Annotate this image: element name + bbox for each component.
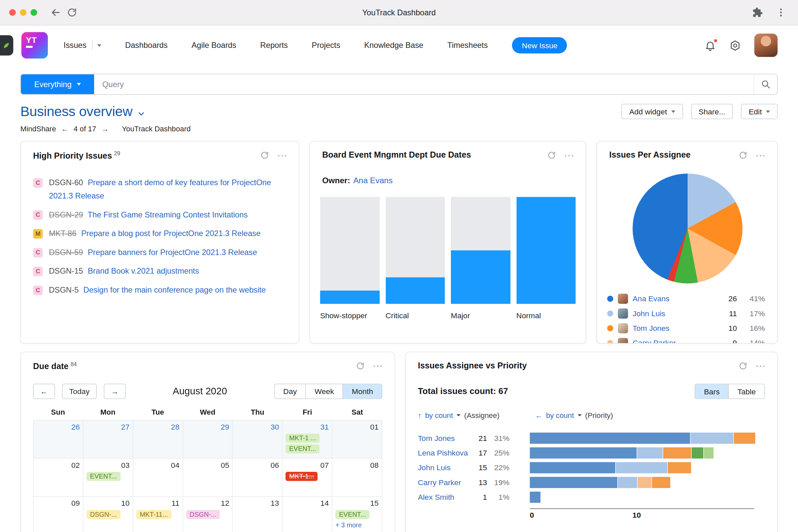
widget-menu-icon[interactable]: ⋯	[564, 150, 574, 159]
calendar-event-chip[interactable]: MKT-1 ...	[286, 433, 320, 442]
prev-dashboard-arrow[interactable]: ←	[61, 125, 69, 133]
calendar-day-cell[interactable]: 12DSGN-...	[183, 496, 233, 532]
youtrack-logo[interactable]: YT	[21, 32, 48, 58]
calendar-day-cell[interactable]: 15EVENT...+ 3 more	[332, 496, 382, 532]
browser-reload-button[interactable]	[63, 4, 80, 21]
calendar-day-cell[interactable]: 06	[233, 458, 283, 496]
chart-view-bars[interactable]: Bars	[695, 384, 728, 399]
assignee-link[interactable]: Tom Jones	[418, 434, 474, 442]
sort-by-count-link[interactable]: by count	[546, 411, 574, 419]
calendar-day-cell[interactable]: 28	[133, 420, 183, 458]
assignee-link[interactable]: Alex Smith	[418, 493, 474, 501]
calendar-day-cell[interactable]: 04	[133, 458, 183, 496]
nav-item-timesheets[interactable]: Timesheets	[447, 41, 488, 50]
refresh-widget-icon[interactable]	[356, 361, 365, 371]
refresh-widget-icon[interactable]	[739, 361, 748, 370]
calendar-event-chip[interactable]: EVENT...	[336, 510, 369, 519]
calendar-day-cell[interactable]: 02	[34, 458, 83, 496]
calendar-day-cell[interactable]: 30	[233, 420, 283, 458]
nav-item-projects[interactable]: Projects	[312, 41, 341, 50]
widget-menu-icon[interactable]: ⋯	[373, 361, 383, 371]
more-events-link[interactable]: + 3 more	[336, 521, 379, 529]
sort-by-count-link[interactable]: by count	[425, 411, 453, 419]
nav-item-dashboards[interactable]: Dashboards	[125, 41, 168, 50]
prev-month-button[interactable]: ←	[33, 383, 55, 399]
calendar-event-chip[interactable]: MKT-1...	[286, 472, 318, 481]
dashboard-title-chevron-icon[interactable]	[138, 110, 145, 118]
assignee-link[interactable]: Carry Parker	[418, 478, 474, 487]
search-button[interactable]	[754, 74, 777, 94]
calendar-day-cell[interactable]: 01	[332, 420, 382, 458]
assignee-pie-chart[interactable]	[633, 174, 743, 284]
breadcrumb-app[interactable]: YouTrack Dashboard	[122, 125, 191, 133]
refresh-widget-icon[interactable]	[260, 151, 269, 160]
browser-back-button[interactable]	[47, 4, 63, 21]
nav-item-agile-boards[interactable]: Agile Boards	[191, 41, 236, 50]
minimize-window-button[interactable]	[20, 9, 26, 16]
assignee-link[interactable]: John Luis	[418, 463, 474, 472]
issue-link[interactable]: Prepare a blog post for ProjectOne 2021.…	[81, 229, 260, 238]
pinned-sidebar-tab[interactable]	[0, 35, 13, 56]
new-issue-button[interactable]: New Issue	[512, 37, 567, 54]
widget-menu-icon[interactable]: ⋯	[277, 151, 288, 160]
issue-count: 26	[722, 294, 737, 303]
assignee-link[interactable]: Ana Evans	[633, 294, 717, 303]
calendar-day-cell[interactable]: 03EVENT...	[83, 458, 133, 496]
page-action-edit[interactable]: Edit	[741, 104, 778, 119]
notifications-bell-icon[interactable]	[704, 40, 716, 51]
widget-menu-icon[interactable]: ⋯	[755, 150, 766, 159]
widget-menu-icon[interactable]: ⋯	[755, 361, 766, 370]
zoom-window-button[interactable]	[31, 9, 37, 16]
calendar-day-cell[interactable]: 08	[332, 458, 382, 496]
issue-link[interactable]: Brand Book v.2021 adjustments	[88, 266, 199, 275]
assignee-link[interactable]: Carry Parker	[633, 339, 717, 343]
calendar-day-cell[interactable]: 13	[233, 496, 283, 532]
priority-sort-control[interactable]: ← by count (Priority)	[535, 411, 613, 419]
issue-link[interactable]: Prepare banners for ProjectOne 2021.3 Re…	[88, 248, 257, 256]
calendar-day-cell[interactable]: 26	[34, 420, 83, 458]
extensions-puzzle-icon[interactable]	[749, 4, 765, 21]
calendar-day-cell[interactable]: 05	[183, 458, 233, 496]
calendar-day-cell[interactable]: 14	[283, 496, 332, 532]
calendar-day-cell[interactable]: 09	[34, 496, 83, 532]
refresh-widget-icon[interactable]	[547, 150, 556, 159]
calendar-view-week[interactable]: Week	[306, 384, 343, 398]
next-month-button[interactable]: →	[104, 383, 126, 399]
close-window-button[interactable]	[9, 9, 16, 16]
calendar-day-cell[interactable]: 11MKT-11...	[133, 496, 183, 532]
calendar-event-chip[interactable]: MKT-11...	[136, 510, 172, 519]
search-scope-dropdown[interactable]: Everything	[21, 74, 94, 94]
search-input[interactable]	[94, 74, 754, 94]
refresh-widget-icon[interactable]	[739, 150, 748, 159]
breadcrumb-board[interactable]: MindShare	[20, 125, 56, 133]
calendar-event-chip[interactable]: DSGN-...	[87, 510, 120, 519]
calendar-day-cell[interactable]: 29	[183, 420, 233, 458]
today-button[interactable]: Today	[62, 383, 97, 399]
issue-link[interactable]: Design for the main conference page on t…	[83, 285, 266, 294]
calendar-view-month[interactable]: Month	[343, 384, 382, 398]
assignee-link[interactable]: Lena Pishkova	[418, 448, 474, 457]
calendar-day-cell[interactable]: 27	[83, 420, 133, 458]
nav-item-knowledge-base[interactable]: Knowledge Base	[364, 41, 423, 50]
chart-view-table[interactable]: Table	[728, 384, 764, 399]
assignee-sort-control[interactable]: ↑ by count (Assignee)	[418, 411, 499, 419]
page-action-share[interactable]: Share...	[691, 104, 733, 119]
user-avatar[interactable]	[754, 34, 777, 57]
calendar-day-cell[interactable]: 31MKT-1 ...EVENT...	[283, 420, 332, 458]
calendar-view-day[interactable]: Day	[274, 384, 306, 398]
owner-link[interactable]: Ana Evans	[353, 176, 392, 185]
nav-item-reports[interactable]: Reports	[260, 41, 288, 50]
calendar-day-cell[interactable]: 07MKT-1...	[283, 458, 332, 496]
page-action-add-widget[interactable]: Add widget	[622, 104, 683, 119]
calendar-event-chip[interactable]: DSGN-...	[186, 510, 220, 519]
assignee-link[interactable]: John Luis	[633, 309, 717, 318]
browser-menu-kebab-icon[interactable]	[773, 4, 789, 21]
calendar-event-chip[interactable]: EVENT...	[286, 444, 320, 453]
nav-item-issues[interactable]: Issues	[63, 41, 101, 50]
settings-gear-icon[interactable]	[729, 40, 741, 51]
assignee-link[interactable]: Tom Jones	[633, 324, 717, 332]
calendar-day-cell[interactable]: 10DSGN-...	[83, 496, 133, 532]
next-dashboard-arrow[interactable]: →	[101, 125, 109, 133]
issue-link[interactable]: The First Game Streaming Contest Invitat…	[88, 210, 248, 218]
calendar-event-chip[interactable]: EVENT...	[87, 472, 120, 481]
